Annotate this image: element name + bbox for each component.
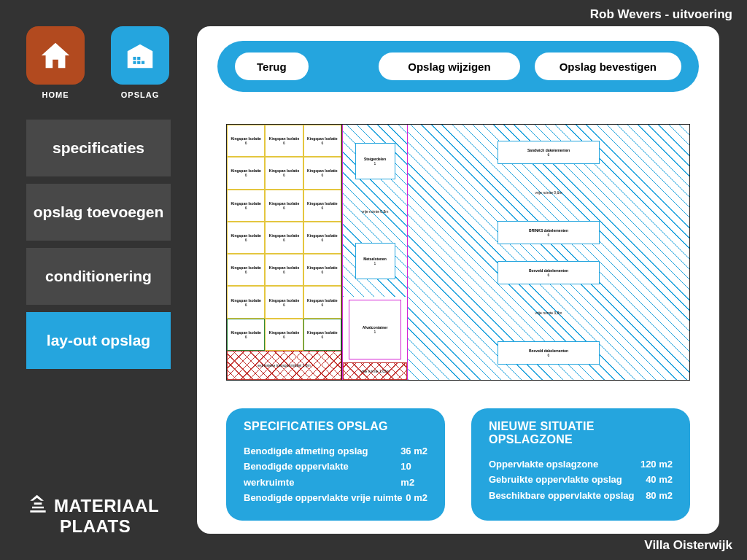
svg-rect-3 [137,61,140,64]
brand-logo: MATERIAAL PLAATS [26,493,171,537]
left-column: HOME OPSLAG specificaties opslag toevoeg… [26,26,171,376]
nav-opslag[interactable]: OPSLAG [111,26,169,99]
top-icons: HOME OPSLAG [26,26,171,99]
info-cards: SPECIFICATIES OPSLAG Benodigde afmeting … [226,408,690,521]
brand-line1: MATERIAAL [54,496,159,516]
layout-diagram: Kingspan Isolatie6 Kingspan Isolatie6 Ki… [226,124,690,381]
sidebar-item-label: conditionering [45,268,152,285]
spec-label: Benodigde oppervlakte werkruimte [244,459,400,490]
diagram-column-mid: Steigerdelen1 vrije ruimte 0,8m Metselst… [342,125,408,380]
header-user: Rob Wevers - uitvoering [590,7,732,22]
zone-label: Oppervlakte opslagzone [489,456,598,472]
spec-value: 36 m2 [400,443,427,459]
warehouse-icon [111,26,169,85]
sidebar-item-conditionering[interactable]: conditionering [26,248,171,305]
nav-opslag-label: OPSLAG [111,90,169,99]
svg-rect-4 [142,61,144,64]
sidebar-item-opslag-toevoegen[interactable]: opslag toevoegen [26,184,171,241]
sidebar-item-layout-opslag[interactable]: lay-out opslag [26,312,171,369]
action-bar: Terug Opslag wijzigen Opslag bevestigen [217,41,699,92]
brand-line2: PLAATS [60,516,171,537]
main-panel: Terug Opslag wijzigen Opslag bevestigen … [197,26,719,534]
back-button[interactable]: Terug [235,52,309,80]
diagram-transport-row: extrinsieke transportmiddel 1,8m [227,351,341,380]
card-new-situation: NIEUWE SITUATIE OPSLAGZONE Oppervlakte o… [471,408,690,521]
home-icon [26,26,85,85]
svg-rect-0 [133,57,136,60]
nav-home-label: HOME [26,90,85,99]
zone-label: Gebruikte oppervlakte opslag [489,472,622,487]
spec-value: 10 m2 [400,459,427,490]
sidebar-item-label: lay-out opslag [47,332,150,349]
card-title: SPECIFICATIES OPSLAG [244,420,427,433]
diagram-grid-left: Kingspan Isolatie6 Kingspan Isolatie6 Ki… [227,125,342,380]
spec-label: Benodigde afmeting opslag [244,443,368,459]
spec-value: 0 m2 [406,490,427,505]
zone-value: 80 m2 [646,488,673,503]
modify-storage-button[interactable]: Opslag wijzigen [379,52,519,80]
sidebar-item-label: specificaties [53,139,144,157]
crane-icon [26,493,50,516]
svg-rect-1 [137,57,140,60]
nav-home[interactable]: HOME [26,26,85,99]
confirm-storage-button[interactable]: Opslag bevestigen [535,52,681,80]
card-title: NIEUWE SITUATIE OPSLAGZONE [489,420,673,446]
spec-label: Benodigde oppervlakte vrije ruimte [244,490,402,505]
footer-project: Villa Oisterwijk [644,538,732,553]
card-specifications: SPECIFICATIES OPSLAG Benodigde afmeting … [226,408,445,521]
zone-value: 40 m2 [646,472,673,487]
svg-rect-2 [133,61,136,64]
sidebar-item-specificaties[interactable]: specificaties [26,120,171,176]
diagram-column-right: Sandwich dakelementen6 vrije ruimte 0,6m… [408,125,689,380]
sidebar-item-label: opslag toevoegen [34,203,164,221]
zone-label: Beschikbare oppervlakte opslag [489,488,634,503]
zone-value: 120 m2 [640,456,673,472]
